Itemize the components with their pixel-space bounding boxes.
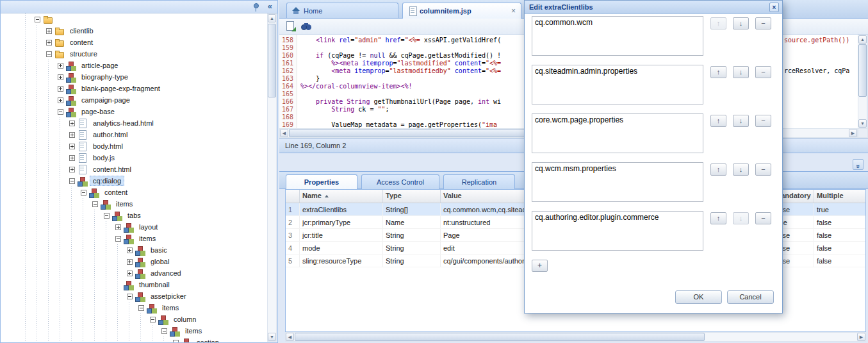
remove-value-button[interactable]: − <box>755 17 771 29</box>
tree-node[interactable]: assetpicker <box>1 290 268 302</box>
expand-toggle[interactable] <box>66 163 78 175</box>
scrollbar-thumb[interactable] <box>858 44 867 97</box>
tree-node-label[interactable]: items <box>182 326 205 336</box>
expand-toggle[interactable] <box>124 267 135 279</box>
tree-node[interactable]: blank-page-exp-fragment <box>1 83 268 94</box>
column-header-name[interactable]: Name <box>300 190 383 203</box>
tree-node-label[interactable]: assetpicker <box>147 291 190 301</box>
move-down-button[interactable]: ↓ <box>733 66 749 78</box>
tree-scrollbar[interactable]: ▲ ▼ <box>267 13 277 342</box>
expand-toggle[interactable] <box>66 152 78 163</box>
scroll-up-icon[interactable]: ▲ <box>858 35 867 44</box>
tab-replication[interactable]: Replication <box>443 174 515 189</box>
tree-node-label[interactable]: author.html <box>90 130 131 140</box>
tree-node[interactable]: content <box>1 187 268 198</box>
move-up-button[interactable]: ↑ <box>710 163 726 176</box>
pin-icon[interactable] <box>252 3 259 12</box>
tree-node-label[interactable]: body.html <box>90 141 126 151</box>
tree-node[interactable]: content.html <box>1 163 268 175</box>
scrollbar-thumb[interactable] <box>268 24 276 97</box>
collapse-toggle[interactable] <box>101 210 112 221</box>
clientlib-value-field[interactable]: cq.siteadmin.admin.properties <box>532 65 703 105</box>
tree-node-label[interactable]: biography-type <box>78 72 131 82</box>
tree-node-label[interactable]: advanced <box>147 268 184 278</box>
tree-node[interactable]: clientlib <box>1 25 268 37</box>
tree-node-label[interactable]: section <box>193 337 222 342</box>
remove-value-button[interactable]: − <box>755 66 771 78</box>
clientlib-value-field[interactable]: cq.common.wcm <box>532 16 703 56</box>
tree-node[interactable]: items <box>1 233 268 244</box>
move-up-button[interactable]: ↑ <box>710 115 726 127</box>
expand-toggle[interactable] <box>124 244 135 256</box>
tree-node-label[interactable]: body.js <box>90 153 118 163</box>
expand-toggle[interactable] <box>66 117 78 129</box>
remove-value-button[interactable]: − <box>755 163 771 176</box>
collapse-toggle[interactable] <box>54 106 66 117</box>
expand-toggle[interactable] <box>66 140 78 152</box>
expand-panel-button[interactable]: » <box>853 159 864 170</box>
collapse-toggle[interactable] <box>158 325 170 337</box>
collapse-toggle[interactable] <box>135 302 147 314</box>
tree-node-label[interactable]: items <box>136 233 159 244</box>
collapse-toggle[interactable] <box>66 175 78 187</box>
tab-home[interactable]: Home <box>286 3 398 18</box>
tree-node[interactable]: body.html <box>1 140 268 152</box>
tree-node-label[interactable]: cq:dialog <box>90 176 124 186</box>
expand-toggle[interactable] <box>43 25 54 37</box>
tree-node[interactable]: section <box>1 337 268 342</box>
remove-value-button[interactable]: − <box>755 212 771 224</box>
expand-toggle[interactable] <box>112 221 124 233</box>
move-up-button[interactable]: ↑ <box>710 212 726 224</box>
expand-toggle[interactable] <box>54 83 66 94</box>
column-header-type[interactable]: Type <box>383 190 441 203</box>
tree-node-label[interactable]: article-page <box>78 60 121 71</box>
expand-toggle[interactable] <box>66 129 78 140</box>
tree-node-label[interactable]: structure <box>67 49 101 59</box>
tree-node[interactable]: global <box>1 256 268 267</box>
tree-node-label[interactable]: content <box>101 187 131 197</box>
tree-node[interactable]: basic <box>1 244 268 256</box>
tree-node[interactable]: biography-type <box>1 71 268 83</box>
close-tab-icon[interactable]: × <box>511 7 516 15</box>
tree-node-label[interactable]: layout <box>136 222 161 232</box>
tree-node[interactable] <box>1 13 268 25</box>
tree-node[interactable]: items <box>1 325 268 337</box>
tree-node-label[interactable]: campaign-page <box>78 95 133 105</box>
scrollbar-thumb[interactable] <box>295 333 705 341</box>
clientlib-value-field[interactable]: cq.wcm.msm.properties <box>532 162 703 202</box>
tab-properties[interactable]: Properties <box>286 174 357 189</box>
collapse-toggle[interactable] <box>112 233 124 244</box>
collapse-panel-icon[interactable]: « <box>268 1 272 11</box>
tree-node[interactable]: column <box>1 314 268 325</box>
tree-node[interactable]: analytics-head.html <box>1 117 268 129</box>
expand-toggle[interactable] <box>43 37 54 48</box>
tree-node[interactable]: cq:dialog <box>1 175 268 187</box>
show-in-tree-icon[interactable] <box>286 21 296 31</box>
tree-node[interactable]: author.html <box>1 129 268 140</box>
tree-node-label[interactable]: thumbnail <box>136 280 173 290</box>
tab-columnitem-jsp[interactable]: columnitem.jsp × <box>402 3 521 19</box>
tree-node[interactable]: content <box>1 37 268 48</box>
tree-node[interactable]: layout <box>1 221 268 233</box>
expand-toggle[interactable] <box>54 94 66 106</box>
tree-node-label[interactable]: content <box>67 37 96 47</box>
collapse-toggle[interactable] <box>78 187 89 198</box>
scroll-left-icon[interactable]: ◀ <box>286 333 294 341</box>
tree-node[interactable]: page-base <box>1 106 268 117</box>
move-up-button[interactable]: ↑ <box>710 66 726 78</box>
expand-toggle[interactable] <box>54 60 66 71</box>
column-header-multiple[interactable]: Multiple <box>814 190 866 203</box>
tree-node-label[interactable]: blank-page-exp-fragment <box>78 83 163 94</box>
tree-node[interactable]: tabs <box>1 210 268 221</box>
tree-node-label[interactable] <box>55 18 61 21</box>
ok-button[interactable]: OK <box>675 290 722 304</box>
tree-node[interactable]: campaign-page <box>1 94 268 106</box>
scroll-right-icon[interactable]: ▶ <box>849 129 857 137</box>
add-value-button[interactable]: + <box>532 260 548 272</box>
tree-node[interactable]: items <box>1 198 268 210</box>
tree-node-label[interactable]: clientlib <box>67 26 97 36</box>
cancel-button[interactable]: Cancel <box>727 290 774 304</box>
expand-toggle[interactable] <box>54 71 66 83</box>
expand-toggle[interactable] <box>124 256 135 267</box>
collapse-toggle[interactable] <box>31 13 43 25</box>
